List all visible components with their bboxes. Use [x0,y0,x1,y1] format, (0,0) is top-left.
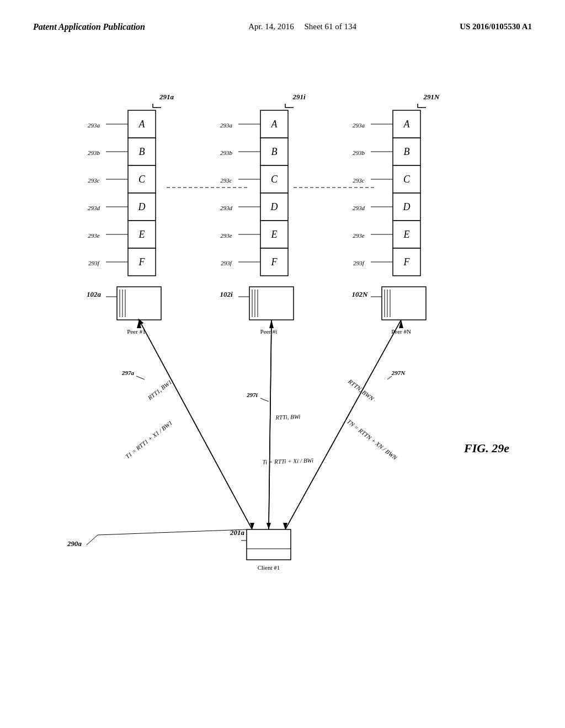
svg-text:B: B [271,146,278,157]
svg-text:293f: 293f [221,260,233,266]
svg-text:290a: 290a [67,539,82,548]
svg-text:293c: 293c [353,177,365,184]
svg-text:Peer #1: Peer #1 [127,328,145,335]
svg-text:293d: 293d [220,205,233,211]
svg-text:297N: 297N [391,370,406,376]
svg-text:293f: 293f [353,260,365,266]
svg-line-131 [387,376,392,379]
svg-line-104 [87,535,98,545]
svg-text:F: F [271,256,278,267]
sheet-info: Sheet 61 of 134 [304,22,356,31]
svg-text:297a: 297a [121,370,135,376]
main-diagram: A B C D E F 293a 293b 293c 293d 293e 293… [33,77,532,684]
svg-text:E: E [138,229,145,240]
svg-text:Client #1: Client #1 [258,564,280,571]
svg-text:291N: 291N [423,93,440,101]
svg-text:291i: 291i [292,93,306,101]
svg-line-107 [139,320,252,529]
svg-text:RTT1, BW1: RTT1, BW1 [146,378,173,402]
svg-marker-115 [269,320,274,328]
svg-text:B: B [139,146,145,157]
svg-rect-57 [249,287,294,320]
svg-text:A: A [138,119,146,130]
svg-text:293e: 293e [353,232,365,239]
svg-text:293c: 293c [88,177,100,184]
svg-text:F: F [403,256,411,267]
diagram-area: A B C D E F 293a 293b 293c 293d 293e 293… [33,77,532,684]
svg-text:T1 = RTT1 + X1 / BW1: T1 = RTT1 + X1 / BW1 [124,419,173,460]
svg-text:293e: 293e [88,232,100,239]
svg-text:RTTi, BWi: RTTi, BWi [275,413,301,421]
svg-text:C: C [271,174,278,185]
publication-title: Patent Application Publication [33,22,145,32]
publication-date: Apr. 14, 2016 [248,22,294,31]
svg-text:293d: 293d [88,205,100,211]
svg-text:293b: 293b [220,149,233,156]
svg-text:FIG. 29e: FIG. 29e [463,441,509,455]
svg-text:RTTN, BWN: RTTN, BWN [347,378,375,402]
svg-text:293a: 293a [353,122,365,129]
svg-text:291a: 291a [159,93,174,101]
svg-text:E: E [271,229,278,240]
svg-text:F: F [138,256,146,267]
svg-text:293d: 293d [353,205,365,211]
publication-number: US 2016/0105530 A1 [460,22,532,31]
svg-rect-25 [117,287,161,320]
svg-text:D: D [403,201,411,212]
svg-text:293e: 293e [220,232,232,239]
svg-text:E: E [403,229,410,240]
svg-text:293b: 293b [353,149,365,156]
svg-text:B: B [404,146,410,157]
svg-line-127 [260,398,269,402]
svg-text:293a: 293a [220,122,233,129]
svg-text:D: D [270,201,278,212]
svg-text:D: D [138,201,146,212]
svg-text:293b: 293b [88,149,100,156]
svg-marker-118 [266,523,271,529]
svg-text:A: A [271,119,278,130]
svg-text:293a: 293a [88,122,100,129]
svg-text:Peer #N: Peer #N [391,328,411,335]
svg-text:297i: 297i [246,392,258,398]
svg-marker-116 [399,320,403,328]
svg-text:293c: 293c [220,177,232,184]
svg-rect-98 [247,529,291,560]
svg-text:A: A [403,119,411,130]
svg-rect-89 [382,287,426,320]
svg-marker-114 [137,320,141,328]
svg-text:TN = RTTN + XN / BWN: TN = RTTN + XN / BWN [346,418,399,461]
svg-line-109 [269,320,271,529]
svg-text:C: C [403,174,411,185]
svg-text:Peer #i: Peer #i [260,328,278,335]
svg-text:293f: 293f [88,260,100,266]
svg-line-123 [136,376,145,379]
svg-text:102i: 102i [220,290,233,298]
svg-text:102N: 102N [352,290,369,298]
svg-line-111 [285,320,401,529]
svg-text:C: C [138,174,146,185]
svg-text:Ti = RTTi + Xi / BWi: Ti = RTTi + Xi / BWi [262,457,313,465]
page-header: Patent Application Publication Apr. 14, … [0,0,565,32]
svg-line-105 [98,529,247,535]
publication-date-sheet: Apr. 14, 2016 Sheet 61 of 134 [248,22,356,31]
svg-text:102a: 102a [87,290,102,298]
